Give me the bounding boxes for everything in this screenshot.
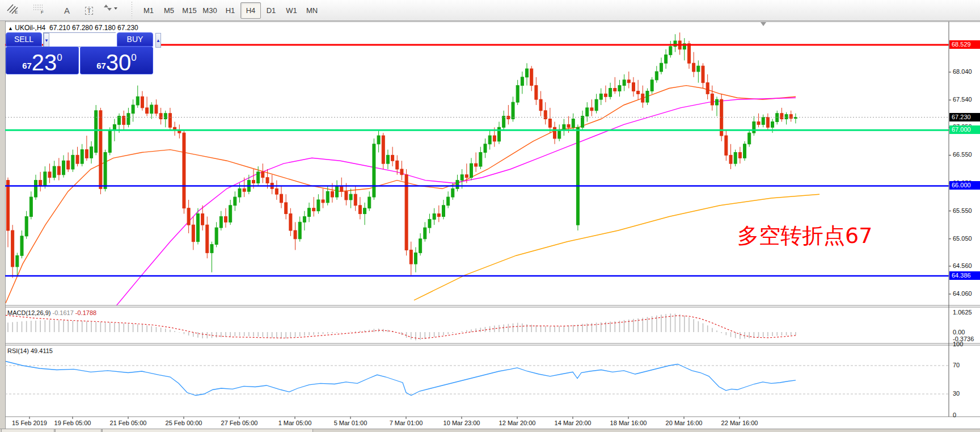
candle <box>558 130 561 139</box>
candle <box>336 186 339 197</box>
candle <box>127 114 130 125</box>
chart-tab[interactable] <box>102 429 313 432</box>
candle <box>35 181 37 197</box>
candle <box>554 127 556 139</box>
candle <box>623 80 626 86</box>
candle <box>210 245 213 253</box>
candle <box>604 94 607 97</box>
candle <box>377 136 380 144</box>
candle <box>150 105 153 114</box>
candle <box>567 124 570 127</box>
candle <box>414 253 417 264</box>
candle <box>99 111 102 189</box>
candle <box>85 150 88 158</box>
candle <box>456 181 459 189</box>
candle <box>326 191 329 203</box>
candle <box>697 66 700 72</box>
candle <box>298 222 301 238</box>
time-axis-label: 27 Feb 05:00 <box>221 420 258 426</box>
candle <box>409 250 412 264</box>
price-tag: 66.000 <box>949 181 980 190</box>
candle <box>155 105 158 114</box>
price-tick: 65.050 <box>953 235 972 242</box>
candle <box>317 200 320 211</box>
time-axis-label: 21 Feb 05:00 <box>110 420 147 426</box>
candle <box>11 230 14 267</box>
candle <box>627 80 630 83</box>
volume-control: ▼ ▲ <box>43 32 116 47</box>
chart-annotation-text: 多空转折点67 <box>737 221 872 250</box>
candle <box>354 194 357 205</box>
rsi-scale-tick: 0 <box>953 412 956 418</box>
chart-tab[interactable] <box>55 429 102 432</box>
time-axis-label: 12 Mar 20:00 <box>499 420 536 426</box>
time-axis-label: 10 Mar 23:00 <box>443 420 480 426</box>
candle <box>196 214 199 242</box>
candle <box>25 216 28 236</box>
price-tick: 68.040 <box>953 68 972 75</box>
candle <box>238 188 241 197</box>
volume-increment-button[interactable]: ▲ <box>155 33 161 48</box>
candle <box>275 188 278 194</box>
candle <box>428 219 431 228</box>
candle <box>493 136 496 141</box>
candle <box>581 116 584 128</box>
candle <box>599 94 602 99</box>
candle <box>358 205 361 214</box>
rsi-value: 49.4115 <box>31 347 53 354</box>
candle <box>229 205 232 222</box>
price-tag: 68.529 <box>949 40 980 49</box>
sell-price-box[interactable]: 67 23 0 <box>6 47 79 74</box>
candle <box>785 115 788 119</box>
candle <box>734 152 737 163</box>
candle <box>725 136 728 155</box>
candle <box>132 105 134 114</box>
volume-decrement-button[interactable]: ▼ <box>44 33 49 48</box>
candle <box>219 216 222 228</box>
candle <box>479 152 482 166</box>
candle <box>280 194 283 203</box>
candle <box>711 94 713 105</box>
candle <box>206 225 209 253</box>
candle <box>762 118 764 125</box>
symbol-period: UKOil-,H4 <box>15 24 45 32</box>
candle <box>252 181 255 183</box>
ohlc-quotes: 67.210 67.280 67.180 67.230 <box>49 24 138 32</box>
buy-price-box[interactable]: 67 30 0 <box>80 47 153 74</box>
time-axis-label: 18 Mar 16:00 <box>610 420 647 426</box>
sell-button[interactable]: SELL <box>6 32 42 47</box>
candle <box>104 152 107 188</box>
candle <box>419 239 422 253</box>
candle <box>62 161 65 175</box>
collapse-triangle-icon[interactable]: ▲ <box>8 26 13 31</box>
candle <box>716 99 719 105</box>
candle <box>44 172 47 186</box>
candle <box>484 144 487 153</box>
rsi-line <box>6 362 796 396</box>
candle <box>442 205 445 217</box>
rsi-scale-tick: 30 <box>953 390 960 397</box>
candle <box>702 66 704 82</box>
time-axis-label: 15 Feb 2019 <box>12 420 47 426</box>
candle <box>396 161 399 169</box>
candle <box>322 200 324 203</box>
candle <box>729 155 732 163</box>
rsi-scale-tick: 70 <box>953 362 960 368</box>
price-tag: 67.230 <box>949 113 980 121</box>
candle <box>461 175 463 181</box>
candle <box>400 169 403 175</box>
candle <box>544 111 547 119</box>
candle <box>7 181 10 230</box>
candle <box>53 166 56 178</box>
chart-shift-marker <box>761 22 766 26</box>
chart-tab[interactable] <box>1 429 54 432</box>
one-click-trading-panel: SELL ▼ ▲ BUY 67 23 0 67 30 0 <box>6 32 152 72</box>
candle <box>57 166 60 175</box>
price-tick: 64.060 <box>953 290 972 297</box>
candle <box>108 130 111 152</box>
candle <box>234 197 236 205</box>
buy-button[interactable]: BUY <box>117 32 153 47</box>
candle <box>76 155 79 163</box>
candle <box>789 115 792 119</box>
macd-main-value: -0.1617 <box>52 309 73 316</box>
